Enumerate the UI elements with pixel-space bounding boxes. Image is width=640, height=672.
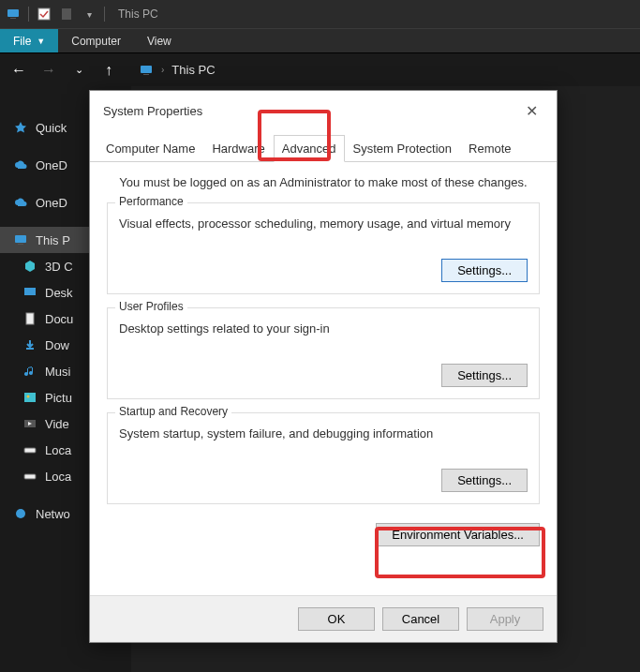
sidebar-item-label: Vide — [45, 417, 69, 431]
section-description: Desktop settings related to your sign-in — [119, 321, 528, 336]
desktop-icon — [22, 285, 37, 300]
address-bar[interactable]: › This PC — [139, 63, 216, 78]
dialog-intro-text: You must be logged on as an Administrato… — [107, 175, 540, 189]
pc-icon — [6, 7, 21, 22]
properties-icon[interactable] — [59, 7, 74, 22]
drive-icon — [22, 442, 37, 457]
user-profiles-section: User Profiles Desktop settings related t… — [107, 307, 540, 399]
ribbon-tab-view[interactable]: View — [134, 29, 185, 52]
svg-point-15 — [16, 509, 25, 518]
cancel-button[interactable]: Cancel — [382, 607, 459, 631]
section-legend: Startup and Recovery — [115, 405, 231, 418]
startup-settings-button[interactable]: Settings... — [441, 469, 528, 492]
section-legend: Performance — [115, 195, 187, 208]
svg-rect-8 — [24, 288, 36, 295]
pc-icon — [13, 232, 28, 247]
cloud-icon — [13, 195, 28, 210]
svg-rect-2 — [38, 8, 50, 20]
svg-rect-6 — [15, 235, 26, 243]
document-icon — [22, 311, 37, 326]
close-button[interactable]: ✕ — [520, 100, 543, 122]
environment-variables-button[interactable]: Environment Variables... — [376, 523, 540, 546]
performance-settings-button[interactable]: Settings... — [441, 259, 528, 282]
cube-icon — [22, 259, 37, 274]
video-icon — [22, 416, 37, 431]
drive-icon — [22, 469, 37, 484]
tab-advanced[interactable]: Advanced — [274, 135, 345, 162]
ribbon-tab-file[interactable]: File▼ — [0, 29, 58, 52]
sidebar-item-label: Desk — [45, 286, 73, 300]
network-icon — [13, 506, 28, 521]
ok-button[interactable]: OK — [298, 607, 375, 631]
checkbox-icon[interactable] — [37, 7, 52, 22]
svg-rect-9 — [26, 313, 34, 324]
dialog-body: You must be logged on as an Administrato… — [90, 162, 557, 569]
svg-rect-13 — [24, 448, 36, 453]
sidebar-item-label: Musi — [45, 365, 70, 379]
breadcrumb-location[interactable]: This PC — [171, 63, 215, 77]
ribbon-tab-computer[interactable]: Computer — [58, 29, 134, 52]
section-description: Visual effects, processor scheduling, me… — [119, 217, 528, 231]
startup-recovery-section: Startup and Recovery System startup, sys… — [107, 412, 540, 504]
sidebar-item-label: Dow — [45, 338, 69, 352]
dialog-footer: OK Cancel Apply — [90, 595, 557, 642]
download-icon — [22, 337, 37, 352]
system-properties-dialog: System Properties ✕ Computer Name Hardwa… — [89, 90, 558, 643]
back-button[interactable]: ← — [9, 62, 28, 79]
ribbon: File▼ Computer View — [0, 28, 640, 52]
up-button[interactable]: ↑ — [99, 62, 118, 79]
svg-rect-5 — [143, 74, 149, 75]
divider — [104, 7, 105, 22]
profiles-settings-button[interactable]: Settings... — [441, 364, 528, 387]
section-description: System startup, system failure, and debu… — [119, 426, 528, 441]
svg-point-11 — [27, 396, 30, 398]
forward-button[interactable]: → — [39, 62, 58, 79]
window-titlebar: ▾ This PC — [0, 0, 640, 28]
star-icon — [13, 120, 28, 135]
svg-rect-0 — [7, 9, 19, 17]
sidebar-item-label: Loca — [45, 470, 71, 484]
apply-button[interactable]: Apply — [467, 607, 543, 631]
svg-rect-1 — [10, 18, 16, 19]
sidebar-item-label: OneD — [36, 196, 67, 210]
tab-hardware[interactable]: Hardware — [203, 135, 273, 161]
dialog-title: System Properties — [103, 104, 202, 118]
svg-rect-10 — [24, 393, 36, 402]
sidebar-item-label: 3D C — [45, 260, 73, 274]
sidebar-item-label: Pictu — [45, 391, 72, 405]
svg-rect-7 — [18, 244, 23, 245]
chevron-icon: › — [161, 65, 164, 75]
svg-rect-4 — [141, 66, 152, 73]
dialog-titlebar: System Properties ✕ — [90, 91, 557, 129]
window-title: This PC — [118, 7, 158, 21]
sidebar-item-label: This P — [36, 233, 70, 247]
sidebar-item-label: OneD — [36, 158, 67, 172]
sidebar-item-label: Quick — [36, 121, 67, 135]
music-icon — [22, 364, 37, 379]
section-legend: User Profiles — [115, 300, 187, 313]
svg-rect-14 — [24, 474, 36, 479]
recent-dropdown[interactable]: ⌄ — [69, 64, 88, 76]
tab-system-protection[interactable]: System Protection — [345, 135, 461, 161]
dialog-tabs: Computer Name Hardware Advanced System P… — [90, 135, 557, 162]
tab-computer-name[interactable]: Computer Name — [97, 135, 203, 161]
sidebar-item-label: Docu — [45, 312, 73, 326]
svg-rect-3 — [62, 8, 71, 20]
divider — [28, 7, 29, 22]
cloud-icon — [13, 157, 28, 172]
performance-section: Performance Visual effects, processor sc… — [107, 202, 540, 294]
dropdown-icon[interactable]: ▾ — [82, 7, 97, 22]
sidebar-item-label: Loca — [45, 443, 71, 457]
tab-remote[interactable]: Remote — [460, 135, 520, 161]
sidebar-item-label: Netwo — [36, 507, 70, 521]
picture-icon — [22, 390, 37, 405]
pc-icon — [139, 63, 154, 78]
navbar: ← → ⌄ ↑ › This PC — [0, 52, 640, 86]
